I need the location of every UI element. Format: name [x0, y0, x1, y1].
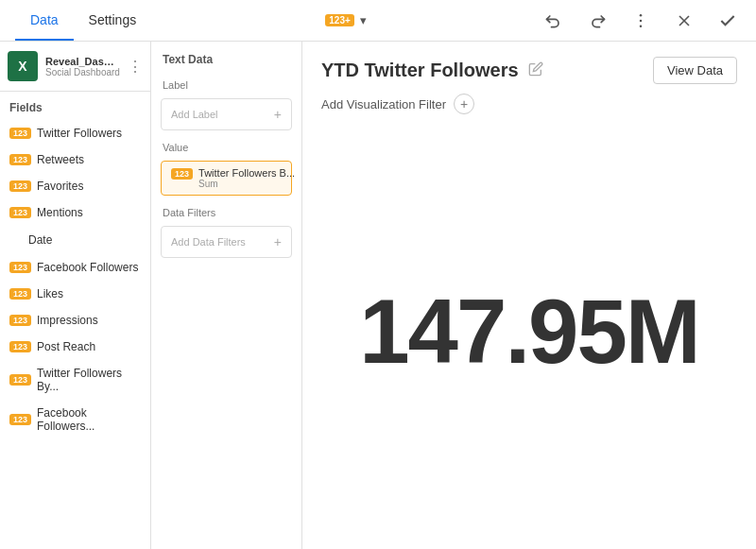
- filter-bar: Add Visualization Filter +: [321, 94, 737, 114]
- svg-point-2: [640, 25, 643, 27]
- toolbar-actions: [541, 8, 741, 34]
- type-badge: 123+: [325, 14, 354, 26]
- value-chip-badge: 123: [171, 168, 193, 180]
- field-type-badge: 123: [9, 374, 31, 386]
- label-section-header: Label: [151, 72, 301, 94]
- filters-drop-zone[interactable]: Add Data Filters +: [161, 226, 292, 258]
- field-item-facebook-followers-dots[interactable]: 123Facebook Followers...: [0, 400, 150, 439]
- field-type-badge: 123: [9, 341, 31, 352]
- field-name: Facebook Followers...: [37, 406, 141, 433]
- middle-panel: Text Data Label Add Label + Value 123 Tw…: [151, 42, 302, 549]
- value-chip[interactable]: 123 Twitter Followers B... Sum: [161, 161, 292, 196]
- field-type-badge: 123: [9, 414, 31, 425]
- svg-point-0: [640, 13, 643, 15]
- field-item-post-reach[interactable]: 123Post Reach: [0, 334, 150, 360]
- value-chip-aggregation: Sum: [198, 179, 295, 189]
- tab-bar: Data Settings: [15, 1, 151, 41]
- viz-title-group: YTD Twitter Followers: [321, 60, 543, 81]
- field-name: Twitter Followers By...: [37, 367, 141, 393]
- svg-point-1: [640, 19, 643, 22]
- field-item-favorites[interactable]: 123Favorites: [0, 173, 150, 199]
- value-chip-name: Twitter Followers B...: [198, 167, 295, 179]
- value-chip-info: Twitter Followers B... Sum: [198, 167, 295, 189]
- label-placeholder: Add Label: [171, 109, 218, 120]
- add-filter-button[interactable]: +: [454, 94, 474, 114]
- filters-section-header: Data Filters: [151, 199, 301, 222]
- field-type-badge: 123: [9, 207, 31, 218]
- close-button[interactable]: [671, 8, 697, 34]
- field-name: Post Reach: [37, 340, 95, 353]
- redo-button[interactable]: [584, 8, 610, 34]
- middle-title: Text Data: [151, 42, 301, 72]
- right-panel: YTD Twitter Followers View Data Add Visu…: [302, 42, 756, 549]
- field-name: Favorites: [37, 180, 83, 193]
- main-content: X Reveal_Dashboard_Tutorials.xlsx Social…: [0, 42, 756, 549]
- field-type-badge: 123: [9, 180, 31, 192]
- field-type-badge: 123: [9, 154, 31, 165]
- field-name: Facebook Followers: [37, 261, 138, 274]
- field-list: 123Twitter Followers123Retweets123Favori…: [0, 120, 150, 549]
- viz-header: YTD Twitter Followers View Data: [321, 57, 737, 84]
- file-menu-button[interactable]: ⋮: [128, 58, 143, 76]
- view-data-button[interactable]: View Data: [653, 57, 737, 84]
- field-item-date[interactable]: 🗓Date: [0, 226, 150, 254]
- field-item-twitter-followers[interactable]: 123Twitter Followers: [0, 120, 150, 146]
- field-item-mentions[interactable]: 123Mentions: [0, 199, 150, 226]
- field-name: Likes: [37, 287, 63, 300]
- edit-title-icon[interactable]: [528, 61, 543, 80]
- filters-add-icon: +: [274, 234, 282, 249]
- more-options-button[interactable]: [627, 8, 654, 34]
- filters-placeholder: Add Data Filters: [171, 236, 246, 248]
- field-item-impressions[interactable]: 123Impressions: [0, 307, 150, 334]
- value-section-header: Value: [151, 134, 301, 157]
- viz-title-text: YTD Twitter Followers: [321, 60, 519, 81]
- label-add-icon: +: [274, 107, 282, 122]
- file-header: X Reveal_Dashboard_Tutorials.xlsx Social…: [0, 42, 150, 92]
- field-type-badge: 123: [9, 315, 31, 326]
- file-name: Reveal_Dashboard_Tutorials.xlsx: [45, 56, 120, 67]
- field-item-likes[interactable]: 123Likes: [0, 281, 150, 307]
- filter-label: Add Visualization Filter: [321, 97, 446, 112]
- field-type-badge: 🗓: [9, 232, 23, 248]
- type-dropdown[interactable]: 123+ ▾: [325, 13, 367, 27]
- fields-label: Fields: [0, 92, 150, 120]
- field-name: Retweets: [37, 153, 84, 166]
- field-type-badge: 123: [9, 262, 31, 273]
- undo-button[interactable]: [541, 8, 567, 34]
- big-number-display: 147.95M: [321, 129, 737, 534]
- label-drop-zone[interactable]: Add Label +: [161, 98, 292, 130]
- confirm-button[interactable]: [714, 8, 741, 34]
- file-info: Reveal_Dashboard_Tutorials.xlsx Social D…: [45, 56, 120, 77]
- field-name: Mentions: [37, 206, 83, 219]
- excel-icon: X: [8, 51, 38, 81]
- top-bar: Data Settings 123+ ▾: [0, 0, 756, 42]
- left-panel: X Reveal_Dashboard_Tutorials.xlsx Social…: [0, 42, 151, 549]
- field-item-twitter-followers-by[interactable]: 123Twitter Followers By...: [0, 360, 150, 400]
- field-name: Date: [28, 233, 52, 247]
- field-type-badge: 123: [9, 288, 31, 300]
- tab-settings[interactable]: Settings: [74, 1, 152, 41]
- field-item-facebook-followers[interactable]: 123Facebook Followers: [0, 254, 150, 281]
- field-item-retweets[interactable]: 123Retweets: [0, 146, 150, 173]
- field-name: Impressions: [37, 314, 98, 327]
- field-name: Twitter Followers: [37, 127, 122, 140]
- file-subtitle: Social Dashboard: [45, 67, 120, 77]
- type-selector[interactable]: 123+ ▾: [325, 13, 367, 27]
- field-type-badge: 123: [9, 128, 31, 139]
- tab-data[interactable]: Data: [15, 1, 74, 41]
- chevron-down-icon: ▾: [360, 13, 367, 27]
